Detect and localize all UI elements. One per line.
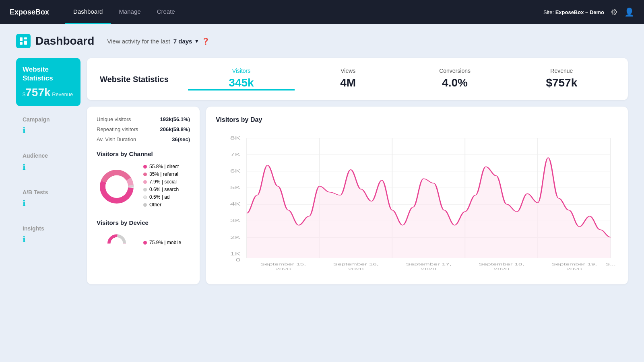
device-donut-chart bbox=[97, 232, 137, 255]
svg-text:September 18,: September 18, bbox=[479, 262, 524, 267]
sidebar-item-ab-tests[interactable]: A/B Tests ℹ bbox=[16, 179, 80, 215]
legend-social: 7.9% | social bbox=[143, 179, 179, 185]
svg-rect-0 bbox=[20, 37, 23, 41]
nav-link-create[interactable]: Create bbox=[149, 0, 183, 24]
help-icon[interactable]: ❓ bbox=[202, 37, 210, 45]
visitors-by-day-chart: 8K 7K 6K 5K 4K 3K 2K 1K 0 bbox=[216, 130, 618, 275]
stat-unique-visitors: Unique visitors 193k(56.1%) bbox=[97, 116, 190, 122]
legend-dot-other bbox=[143, 203, 147, 207]
stats-card-title: Website Statistics bbox=[100, 74, 169, 84]
svg-point-9 bbox=[105, 175, 128, 198]
sidebar: Website Statistics $757k Revenue Campaig… bbox=[16, 58, 80, 284]
legend-mobile: 75.9% | mobile bbox=[143, 240, 181, 245]
campaign-icon: ℹ bbox=[23, 125, 74, 135]
svg-text:6K: 6K bbox=[230, 169, 241, 174]
svg-rect-1 bbox=[24, 37, 27, 39]
insights-icon: ℹ bbox=[23, 234, 74, 244]
dashboard-icon bbox=[16, 34, 31, 48]
nav-logo: ExposeBox bbox=[10, 8, 49, 16]
sidebar-item-audience[interactable]: Audience ℹ bbox=[16, 142, 80, 179]
nav-right: Site: ExposeBox – Demo ⚙ 👤 bbox=[543, 7, 634, 17]
right-panel: Visitors by Day bbox=[206, 107, 628, 284]
activity-filter: View activity for the last 7 days ▾ ❓ bbox=[107, 37, 210, 45]
metric-visitors[interactable]: Visitors 345k bbox=[188, 68, 295, 90]
svg-text:5K: 5K bbox=[230, 185, 241, 190]
legend-dot-direct bbox=[143, 165, 147, 169]
metric-views[interactable]: Views 4M bbox=[295, 68, 401, 90]
main-layout: Website Statistics $757k Revenue Campaig… bbox=[16, 58, 628, 284]
settings-icon[interactable]: ⚙ bbox=[611, 7, 618, 17]
legend-dot-search bbox=[143, 188, 147, 191]
svg-text:2K: 2K bbox=[230, 235, 241, 240]
bottom-row: Unique visitors 193k(56.1%) Repeating vi… bbox=[87, 107, 628, 284]
legend-referral: 35% | referral bbox=[143, 171, 179, 177]
svg-text:2020: 2020 bbox=[421, 267, 437, 271]
visitor-stats: Unique visitors 193k(56.1%) Repeating vi… bbox=[97, 116, 190, 142]
left-panel: Unique visitors 193k(56.1%) Repeating vi… bbox=[87, 107, 200, 284]
stats-metrics: Visitors 345k Views 4M Conversions 4.0% … bbox=[188, 68, 615, 90]
nav-link-dashboard[interactable]: Dashboard bbox=[65, 0, 111, 24]
channel-legend: 55.8% | direct 35% | referral 7.9% | soc… bbox=[143, 164, 179, 210]
sidebar-item-website-statistics[interactable]: Website Statistics $757k Revenue bbox=[16, 58, 80, 106]
sidebar-item-insights[interactable]: Insights ℹ bbox=[16, 215, 80, 251]
channel-donut-section: 55.8% | direct 35% | referral 7.9% | soc… bbox=[97, 164, 190, 210]
svg-text:September 16,: September 16, bbox=[333, 262, 378, 267]
stat-visit-duration: Av. Visit Duration 36(sec) bbox=[97, 136, 190, 142]
sidebar-item-revenue: $757k Revenue bbox=[23, 86, 74, 99]
nav-site: Site: ExposeBox – Demo bbox=[543, 9, 604, 15]
svg-text:2020: 2020 bbox=[348, 267, 364, 271]
svg-text:1K: 1K bbox=[230, 251, 241, 257]
sidebar-item-title: Website Statistics bbox=[23, 65, 74, 83]
page-title: Dashboard bbox=[35, 35, 94, 47]
ab-tests-icon: ℹ bbox=[23, 198, 74, 208]
channel-donut-chart bbox=[97, 167, 137, 207]
svg-rect-2 bbox=[20, 42, 23, 45]
legend-dot-social bbox=[143, 180, 147, 184]
device-title: Visitors by Device bbox=[97, 219, 190, 226]
svg-text:3K: 3K bbox=[230, 218, 241, 223]
legend-ad: 0.5% | ad bbox=[143, 194, 179, 200]
device-section: Visitors by Device 75.9% | mobile bbox=[97, 219, 190, 255]
channel-title: Visitors by Channel bbox=[97, 150, 190, 157]
svg-text:September 17,: September 17, bbox=[406, 262, 451, 267]
page-header: Dashboard View activity for the last 7 d… bbox=[16, 34, 628, 48]
chart-area: 8K 7K 6K 5K 4K 3K 2K 1K 0 bbox=[216, 130, 618, 275]
legend-dot-mobile bbox=[143, 241, 147, 245]
legend-dot-ad bbox=[143, 195, 147, 199]
svg-text:7K: 7K bbox=[230, 152, 241, 157]
filter-value[interactable]: 7 days bbox=[173, 38, 192, 45]
device-legend: 75.9% | mobile bbox=[143, 240, 181, 247]
metric-conversions[interactable]: Conversions 4.0% bbox=[401, 68, 508, 90]
chart-title: Visitors by Day bbox=[216, 116, 618, 123]
page-content: Dashboard View activity for the last 7 d… bbox=[0, 24, 644, 294]
stat-repeating-visitors: Repeating visitors 206k(59.8%) bbox=[97, 126, 190, 132]
svg-text:2020: 2020 bbox=[275, 267, 291, 271]
device-donut-section: 75.9% | mobile bbox=[97, 232, 190, 255]
svg-text:2020: 2020 bbox=[566, 267, 582, 271]
legend-dot-referral bbox=[143, 173, 147, 176]
nav-links: Dashboard Manage Create bbox=[65, 0, 183, 24]
svg-text:S...: S... bbox=[605, 262, 616, 267]
nav-link-manage[interactable]: Manage bbox=[111, 0, 149, 24]
legend-search: 0.6% | search bbox=[143, 187, 179, 192]
svg-rect-3 bbox=[24, 41, 27, 45]
svg-text:4K: 4K bbox=[230, 202, 241, 207]
svg-text:September 19,: September 19, bbox=[551, 262, 597, 267]
user-icon[interactable]: 👤 bbox=[624, 7, 634, 17]
legend-direct: 55.8% | direct bbox=[143, 164, 179, 169]
audience-icon: ℹ bbox=[23, 162, 74, 172]
svg-text:2020: 2020 bbox=[493, 267, 509, 271]
svg-text:0: 0 bbox=[236, 257, 241, 263]
legend-other: Other bbox=[143, 202, 179, 208]
svg-text:September 15,: September 15, bbox=[260, 262, 306, 267]
metric-revenue[interactable]: Revenue $757k bbox=[508, 68, 615, 90]
navbar: ExposeBox Dashboard Manage Create Site: … bbox=[0, 0, 644, 24]
content-area: Website Statistics Visitors 345k Views 4… bbox=[87, 58, 628, 284]
svg-text:8K: 8K bbox=[230, 136, 241, 141]
stats-card: Website Statistics Visitors 345k Views 4… bbox=[87, 58, 628, 100]
svg-point-12 bbox=[111, 237, 123, 250]
sidebar-item-campaign[interactable]: Campaign ℹ bbox=[16, 106, 80, 142]
